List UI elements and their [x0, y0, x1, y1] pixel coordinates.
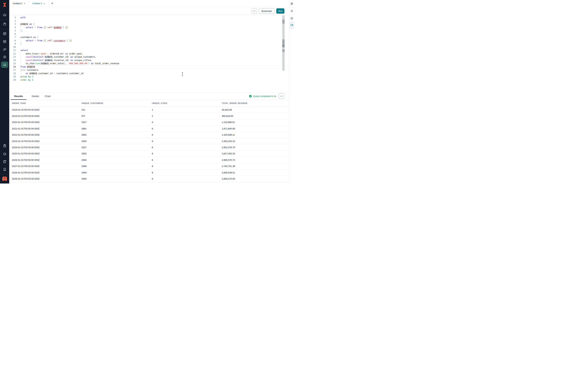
code-line-6[interactable]: 6	[9, 33, 289, 36]
rail-item-ai-chat[interactable]	[290, 21, 294, 29]
rail-item-history[interactable]	[290, 16, 294, 20]
ellipsis-icon	[253, 9, 256, 13]
code-line-8[interactable]: 8 select * from {{ ref('customers') }}	[9, 39, 289, 42]
table-cell: 2026-01-01T00:00:00.000Z	[11, 159, 80, 161]
new-tab-button[interactable]: +	[49, 0, 56, 7]
tab-label: Untitled 1	[32, 2, 42, 5]
tab-untitled-1[interactable]: Untitled 1 ×	[9, 0, 29, 7]
sidebar-item-explore[interactable]	[1, 54, 8, 60]
sidebar-item-apps[interactable]	[1, 30, 8, 37]
table-cell: 2,742,751.39	[221, 165, 289, 167]
table-cell: 6	[151, 146, 221, 149]
table-row[interactable]: 2027-01-01T00:00:00.000Z294662,742,751.3…	[11, 163, 289, 169]
code-line-7[interactable]: 7customers as (	[9, 36, 289, 39]
sidebar-item-notebooks[interactable]	[1, 38, 8, 45]
column-header[interactable]: ORDER_YEAR	[11, 102, 80, 104]
table-cell: 2022-01-01T00:00:00.000Z	[11, 133, 80, 136]
sidebar-item-home[interactable]	[1, 11, 8, 18]
results-more-button[interactable]	[279, 93, 284, 99]
line-number: 7	[9, 36, 16, 39]
editor-scrollbar[interactable]	[282, 15, 285, 71]
code-area[interactable]: 1with23orders as (4 select * from {{ ref…	[9, 16, 289, 82]
user-avatar[interactable]	[2, 177, 7, 181]
line-number: 10	[9, 46, 16, 49]
cell-toolbar: Bookmark Run	[9, 7, 289, 15]
hex-logo[interactable]	[0, 2, 9, 8]
table-cell: 2,617,453.32	[221, 152, 289, 155]
code-line-19[interactable]: 19group by 1	[9, 75, 289, 78]
code-line-12[interactable]: 12 date_trunc('year', ordered_at) as ord…	[9, 52, 289, 56]
code-line-1[interactable]: 1with	[9, 16, 289, 19]
column-header[interactable]: UNIQUE_CITIES	[151, 102, 221, 104]
code-line-5[interactable]: 5),	[9, 29, 289, 33]
table-row[interactable]: 2019-01-01T00:00:00.000Z9772494,818.00	[11, 113, 289, 119]
sidebar-item-organization[interactable]	[1, 166, 8, 173]
code-line-10[interactable]: 10	[9, 46, 289, 49]
results-tab-bar: Results Details Chart Query completed in…	[9, 92, 289, 100]
table-header-row: ORDER_YEARUNIQUE_CUSTOMERSUNIQUE_CITIEST…	[11, 100, 289, 107]
table-row[interactable]: 2026-01-01T00:00:00.000Z294462,690,570.7…	[11, 157, 289, 163]
table-row[interactable]: 2022-01-01T00:00:00.000Z290262,325,556.1…	[11, 132, 289, 138]
column-header[interactable]: TOTAL_ORDER_REVENUE	[221, 102, 289, 104]
tab-chart[interactable]: Chart	[44, 92, 51, 100]
table-cell: 2932	[80, 152, 151, 155]
sidebar-item-support[interactable]	[1, 150, 8, 157]
run-button[interactable]: Run	[276, 8, 285, 14]
tab-untitled-1-second[interactable]: Untitled 1 ×	[29, 0, 49, 7]
sidebar-item-components[interactable]	[1, 46, 8, 52]
code-line-17[interactable]: 17join customers	[9, 68, 289, 72]
code-line-3[interactable]: 3orders as (	[9, 23, 289, 26]
table-row[interactable]: 2025-01-01T00:00:00.000Z293262,617,453.3…	[11, 151, 289, 157]
code-line-20[interactable]: 20order by 1	[9, 78, 289, 82]
code-line-9[interactable]: 9)	[9, 42, 289, 46]
rail-item-explore[interactable]	[290, 1, 294, 6]
line-number: 11	[9, 49, 16, 52]
table-cell: 6	[151, 140, 221, 142]
sql-editor[interactable]: 1with23orders as (4 select * from {{ ref…	[9, 15, 289, 92]
sidebar-divider	[0, 174, 9, 175]
table-cell: 2024-01-01T00:00:00.000Z	[11, 146, 80, 149]
line-number: 4	[9, 26, 16, 29]
table-row[interactable]: 2020-01-01T00:00:00.000Z191741,115,869.5…	[11, 119, 289, 125]
tab-results[interactable]: Results	[11, 92, 26, 100]
table-cell: 494,818.00	[221, 115, 289, 117]
line-number: 16	[9, 66, 16, 68]
code-line-13[interactable]: 13 count(distinct orders.customer_id) as…	[9, 55, 289, 59]
sidebar-item-templates[interactable]	[1, 142, 8, 149]
dashboard-icon	[3, 32, 7, 35]
table-row[interactable]: 2021-01-01T00:00:00.000Z266161,871,800.8…	[11, 125, 289, 132]
code-line-16[interactable]: 16from orders	[9, 65, 289, 69]
code-line-18[interactable]: 18 on orders.customer_id = customers.cus…	[9, 72, 289, 75]
sidebar-item-compute[interactable]	[1, 61, 8, 68]
table-row[interactable]: 2018-01-01T00:00:00.000Z221144,442.65	[11, 107, 289, 113]
code-line-11[interactable]: 11select	[9, 49, 289, 52]
line-number: 8	[9, 39, 16, 42]
laptop-icon	[3, 63, 7, 67]
table-row[interactable]: 2029-01-01T00:00:00.000Z295462,845,473.9…	[11, 176, 289, 182]
code-line-15[interactable]: 15 to_char(sum(orders.order_total), '999…	[9, 62, 289, 65]
table-cell: 6	[151, 165, 221, 167]
table-row[interactable]: 2023-01-01T00:00:00.000Z293062,453,253.3…	[11, 138, 289, 144]
code-line-14[interactable]: 14 count(distinct orders.location_id) as…	[9, 59, 289, 62]
table-cell: 2661	[80, 127, 151, 130]
table-cell: 2949	[80, 171, 151, 174]
code-line-2[interactable]: 2	[9, 19, 289, 23]
tab-bar: Untitled 1 × Untitled 1 × +	[9, 0, 289, 7]
table-cell: 2944	[80, 159, 151, 161]
more-options-button[interactable]	[251, 8, 257, 14]
sidebar-item-projects[interactable]	[1, 21, 8, 27]
table-row[interactable]: 2024-01-01T00:00:00.000Z292762,551,076.7…	[11, 144, 289, 150]
headset-icon	[3, 152, 7, 156]
ai-chat-sparkle-icon	[290, 24, 294, 27]
close-icon[interactable]: ×	[24, 2, 25, 5]
table-row[interactable]: 2030-01-01T00:00:00.000Z287961,841,049.3…	[11, 182, 289, 184]
bookmark-icon	[290, 9, 293, 12]
sidebar-item-docs[interactable]	[1, 158, 8, 165]
bookmark-button[interactable]: Bookmark	[259, 8, 275, 14]
rail-item-bookmarks[interactable]	[290, 9, 294, 13]
table-row[interactable]: 2028-01-01T00:00:00.000Z294962,808,539.0…	[11, 169, 289, 176]
tab-details[interactable]: Details	[31, 92, 39, 100]
column-header[interactable]: UNIQUE_CUSTOMERS	[80, 102, 151, 104]
code-line-4[interactable]: 4 select * from {{ ref('orders') }}	[9, 26, 289, 29]
close-icon[interactable]: ×	[43, 2, 45, 5]
